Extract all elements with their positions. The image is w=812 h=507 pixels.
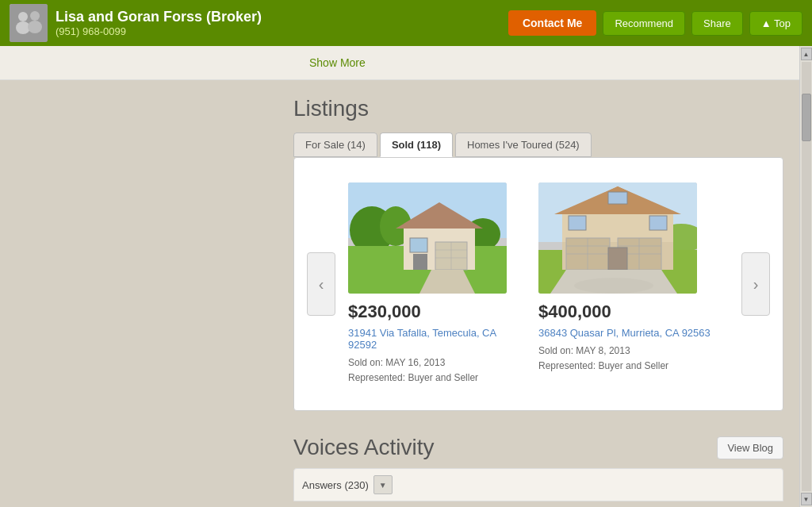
scrollbar[interactable]: ▲ ▼ — [799, 46, 812, 507]
contact-me-button[interactable]: Contact Me — [508, 10, 596, 36]
listing-2-price: $400,000 — [538, 302, 713, 322]
listing-item-1: $230,000 31941 Via Tafalla, Temecula, CA… — [348, 182, 523, 386]
top-button[interactable]: ▲ Top — [749, 11, 802, 36]
scroll-up-button[interactable]: ▲ — [801, 48, 812, 60]
listing-1-price: $230,000 — [348, 302, 523, 322]
svg-rect-17 — [413, 254, 427, 270]
svg-rect-16 — [410, 238, 427, 252]
listings-title: Listings — [293, 96, 783, 121]
recommend-button[interactable]: Recommend — [603, 11, 685, 36]
tab-sold[interactable]: Sold (118) — [380, 133, 453, 157]
svg-rect-36 — [649, 216, 667, 230]
broker-phone: (951) 968-0099 — [56, 25, 508, 37]
avatar — [10, 4, 48, 42]
next-arrow[interactable]: › — [741, 252, 770, 316]
listing-1-represented: Represented: Buyer and Seller — [348, 371, 523, 386]
listing-photo-2 — [538, 182, 697, 294]
voices-section: Voices Activity View Blog — [0, 427, 799, 468]
show-more-link[interactable]: Show More — [309, 56, 366, 69]
header-info: Lisa and Goran Forss (Broker) (951) 968-… — [56, 9, 508, 37]
svg-point-4 — [28, 21, 42, 33]
svg-rect-0 — [10, 4, 48, 42]
svg-point-1 — [18, 12, 28, 21]
svg-point-39 — [574, 278, 653, 294]
header: Lisa and Goran Forss (Broker) (951) 968-… — [0, 0, 812, 46]
scroll-down-button[interactable]: ▼ — [801, 493, 812, 505]
listing-photo-1 — [348, 182, 507, 294]
svg-rect-26 — [608, 192, 627, 204]
listing-2-represented: Represented: Buyer and Seller — [538, 359, 713, 374]
listing-1-meta: Sold on: MAY 16, 2013 Represented: Buyer… — [348, 355, 523, 386]
prev-arrow[interactable]: ‹ — [307, 252, 335, 316]
listings-section: Listings For Sale (14) Sold (118) Homes … — [0, 80, 799, 427]
share-button[interactable]: Share — [691, 11, 743, 36]
show-more-section: Show More — [0, 46, 799, 80]
avatar-image — [10, 4, 48, 42]
svg-point-3 — [30, 11, 40, 21]
voices-title: Voices Activity — [293, 435, 434, 460]
view-blog-button[interactable]: View Blog — [717, 436, 783, 459]
header-actions: Contact Me Recommend Share ▲ Top — [508, 10, 802, 36]
answers-bar: Answers (230) ▼ — [293, 468, 783, 501]
listing-1-address[interactable]: 31941 Via Tafalla, Temecula, CA 92592 — [348, 327, 523, 351]
answers-dropdown-button[interactable]: ▼ — [373, 475, 393, 494]
main-content: Show More Listings For Sale (14) Sold (1… — [0, 46, 799, 507]
tab-for-sale[interactable]: For Sale (14) — [293, 133, 377, 157]
answers-label: Answers (230) — [302, 479, 369, 491]
svg-rect-35 — [569, 216, 586, 230]
listing-2-address[interactable]: 36843 Quasar Pl, Murrieta, CA 92563 — [538, 327, 713, 339]
listing-2-meta: Sold on: MAY 8, 2013 Represented: Buyer … — [538, 344, 713, 374]
listings-card: ‹ — [293, 157, 783, 411]
listing-item-2: $400,000 36843 Quasar Pl, Murrieta, CA 9… — [538, 182, 713, 386]
listing-2-sold-on: Sold on: MAY 8, 2013 — [538, 344, 713, 359]
listings-tabs: For Sale (14) Sold (118) Homes I've Tour… — [293, 133, 783, 157]
listing-1-sold-on: Sold on: MAY 16, 2013 — [348, 355, 523, 371]
broker-name: Lisa and Goran Forss (Broker) — [56, 9, 508, 25]
tab-homes-toured[interactable]: Homes I've Toured (524) — [455, 133, 592, 157]
scrollbar-thumb[interactable] — [802, 94, 811, 141]
svg-rect-37 — [608, 248, 627, 270]
scrollbar-track[interactable] — [802, 62, 811, 491]
page-wrapper: Show More Listings For Sale (14) Sold (1… — [0, 46, 812, 507]
listings-items: $230,000 31941 Via Tafalla, Temecula, CA… — [335, 182, 741, 386]
